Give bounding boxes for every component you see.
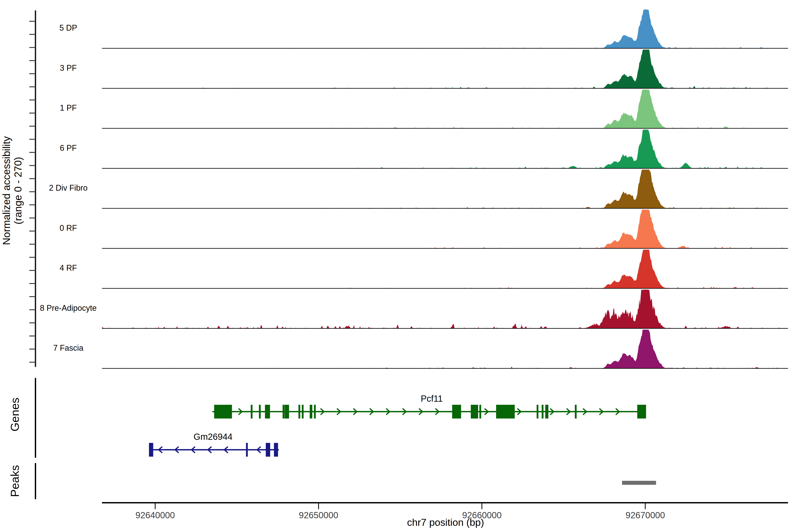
track-signal-2-div-fibro (102, 170, 788, 208)
track-5-dp: 5 DP (59, 10, 788, 48)
track-label-7-fascia: 7 Fascia (53, 343, 83, 353)
track-8-pre-adipocyte: 8 Pre-Adipocyte (40, 290, 788, 328)
gene-exon (251, 405, 252, 418)
gene-exon (314, 405, 316, 418)
peak-region-bar (622, 481, 656, 485)
track-signal-7-fascia (102, 330, 788, 368)
track-label-8-pre-adipocyte: 8 Pre-Adipocyte (40, 303, 97, 312)
track-label-1-pf: 1 PF (60, 103, 77, 112)
gene-exon (259, 405, 261, 418)
x-axis-tick-label: 92670000 (626, 510, 665, 520)
track-label-2-div-fibro: 2 Div Fibro (49, 183, 88, 192)
track-0-rf: 0 RF (60, 210, 788, 248)
gene-exon (274, 443, 278, 457)
accessibility-tracks-layer: 5 DP3 PF1 PF6 PF2 Div Fibro0 RF4 RF8 Pre… (40, 10, 788, 368)
track-7-fascia: 7 Fascia (53, 330, 788, 368)
gene-gm26944: Gm26944 (149, 432, 279, 457)
gene-exon (575, 405, 576, 418)
track-signal-3-pf (102, 50, 788, 89)
gene-exon (285, 405, 289, 418)
gene-exon (545, 405, 548, 418)
gene-exon (496, 405, 515, 418)
track-signal-0-rf (102, 210, 788, 248)
track-signal-6-pf (102, 130, 788, 169)
gene-exon (149, 443, 153, 457)
gene-name-label: Gm26944 (193, 432, 232, 441)
gene-exon (266, 443, 270, 457)
genes-section-label: Genes (8, 397, 21, 431)
genome-browser-figure: 5 DP3 PF1 PF6 PF2 Div Fibro0 RF4 RF8 Pre… (0, 0, 798, 532)
track-6-pf: 6 PF (60, 130, 788, 169)
track-label-5-dp: 5 DP (59, 23, 77, 32)
x-axis-title: chr7 position (bp) (407, 517, 484, 528)
gene-exon (298, 405, 300, 418)
track-label-0-rf: 0 RF (60, 224, 77, 232)
track-2-div-fibro: 2 Div Fibro (49, 170, 788, 208)
track-label-4-rf: 4 RF (60, 263, 77, 272)
track-1-pf: 1 PF (60, 90, 788, 128)
track-signal-8-pre-adipocyte (102, 290, 788, 328)
peaks-section-label: Peaks (8, 465, 21, 497)
x-axis-tick-label: 92650000 (299, 510, 338, 520)
track-signal-4-rf (102, 250, 788, 288)
track-4-rf: 4 RF (60, 250, 788, 288)
track-signal-1-pf (102, 90, 788, 128)
gene-exon (479, 405, 481, 418)
gene-exon (265, 405, 270, 418)
genes-layer: Pcf11Gm26944 (149, 394, 646, 457)
gene-exon (542, 405, 544, 418)
gene-pcf11: Pcf11 (212, 394, 646, 418)
track-signal-5-dp (102, 10, 788, 48)
gene-exon (214, 405, 232, 418)
track-label-3-pf: 3 PF (60, 63, 77, 73)
gene-exon (452, 405, 461, 418)
gene-exon (471, 405, 478, 418)
y-axis-title-line1: Normalized accessibility (1, 136, 12, 245)
y-axis-title-line2: (range 0 - 270) (12, 157, 24, 224)
gene-exon (637, 405, 646, 418)
y-axis-layer (29, 11, 36, 499)
gene-exon (283, 405, 284, 418)
track-label-6-pf: 6 PF (60, 144, 77, 152)
track-3-pf: 3 PF (60, 50, 788, 89)
peaks-layer (622, 481, 656, 485)
gene-exon (246, 443, 248, 457)
gene-exon (302, 405, 303, 418)
gene-exon (537, 405, 538, 418)
gene-name-label: Pcf11 (421, 394, 443, 403)
gene-exon (310, 405, 312, 418)
x-axis-tick-label: 92640000 (135, 510, 175, 520)
